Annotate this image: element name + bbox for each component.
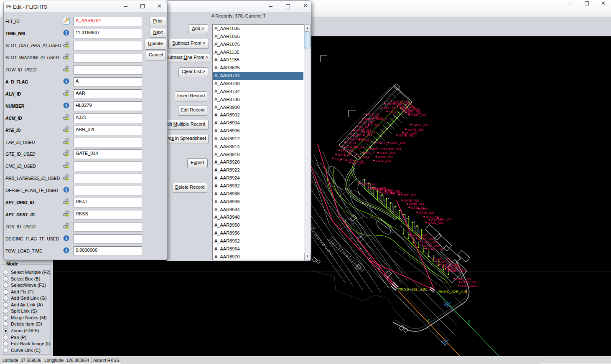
svg-text:A_234: A_234 [370, 124, 379, 127]
svg-text:GATE_036: GATE_036 [399, 134, 414, 137]
svg-text:GATE_039: GATE_039 [412, 123, 428, 127]
svg-text:GATE_3: GATE_3 [387, 102, 399, 106]
svg-text:GATE_033: GATE_033 [380, 151, 395, 155]
svg-text:GATE_121F: GATE_121F [460, 284, 478, 288]
svg-text:GATE_: GATE_ [377, 141, 388, 145]
svg-text:GATE_035: GATE_035 [390, 141, 405, 145]
svg-text:GATE_017: GATE_017 [401, 193, 416, 197]
svg-text:GATE_132: GATE_132 [412, 233, 427, 237]
svg-text:KA_23: KA_23 [359, 125, 368, 129]
svg-text:3: 3 [468, 320, 470, 324]
svg-text:GATE_123: GATE_123 [450, 269, 466, 273]
svg-text:ATE_23: ATE_23 [368, 113, 379, 116]
svg-text:GATE_307: GATE_307 [411, 113, 426, 117]
svg-text:T_2: T_2 [352, 152, 357, 156]
svg-text:RKSS_32R_AIR: RKSS_32R_AIR [438, 289, 468, 294]
svg-text:GATE_130: GATE_130 [422, 240, 438, 244]
svg-text:4: 4 [427, 318, 430, 323]
svg-text:GATE_032: GATE_032 [378, 155, 393, 159]
svg-text:TE_23: TE_23 [366, 131, 375, 134]
svg-text:TE_1: TE_1 [389, 110, 396, 114]
svg-text:GATE_034: GATE_034 [386, 147, 401, 151]
svg-text:GATE_7: GATE_7 [370, 147, 382, 151]
svg-text:E_23: E_23 [356, 145, 364, 149]
svg-text:GATE_007: GATE_007 [362, 182, 377, 186]
svg-text:E_019: E_019 [393, 192, 402, 195]
svg-text:ATE_5: ATE_5 [360, 155, 370, 159]
svg-text:G_23: G_23 [361, 138, 369, 142]
svg-text:ATE_001: ATE_001 [352, 161, 365, 165]
svg-text:ATE_1: ATE_1 [365, 151, 374, 155]
svg-text:RKSS_32L_AIR: RKSS_32L_AIR [398, 287, 427, 291]
svg-text:GATE_2: GATE_2 [338, 153, 350, 157]
svg-text:ATE_00: ATE_00 [440, 217, 451, 221]
svg-text:GATE_016: GATE_016 [404, 199, 419, 202]
svg-text:TE_2: TE_2 [375, 116, 382, 120]
svg-text:_010: _010 [420, 207, 428, 211]
svg-text:GATE_001: GATE_001 [428, 221, 443, 225]
svg-text:TE_23: TE_23 [347, 141, 356, 144]
svg-text:TE_00: TE_00 [343, 158, 352, 162]
svg-text:GATE_128: GATE_128 [428, 247, 443, 251]
svg-text:GATE_008: GATE_008 [419, 211, 434, 215]
svg-text:ATE_02: ATE_02 [382, 191, 394, 195]
svg-text:GATE_031: GATE_031 [376, 159, 391, 163]
